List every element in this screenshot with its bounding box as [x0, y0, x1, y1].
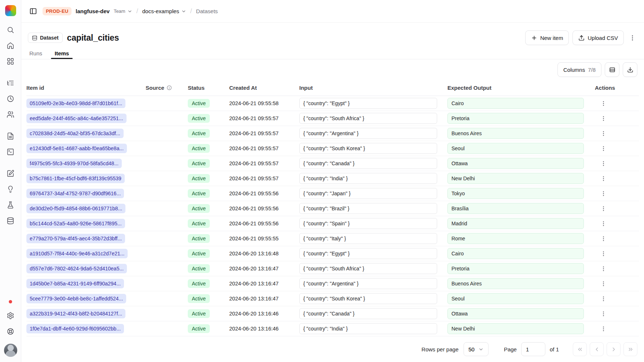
item-id-link[interactable]: de30d2e0-f5d9-4854-88b6-0619771b8...: [26, 204, 125, 213]
org-switcher[interactable]: Team: [114, 8, 132, 14]
column-header-item-id[interactable]: Item id: [26, 85, 146, 91]
expected-output-cell[interactable]: Seoul: [447, 293, 584, 304]
expected-output-cell[interactable]: Pretoria: [447, 113, 584, 124]
input-cell[interactable]: { "country": "Spain" }: [299, 218, 437, 229]
row-actions-button[interactable]: [598, 323, 609, 334]
expected-output-cell[interactable]: Madrid: [447, 218, 584, 229]
previous-page-button[interactable]: [590, 342, 604, 356]
row-actions-button[interactable]: [598, 113, 609, 124]
input-cell[interactable]: { "country": "India" }: [299, 323, 437, 334]
row-actions-button[interactable]: [598, 173, 609, 184]
item-id-link[interactable]: 5cee7779-3e00-4eb8-be8c-1affedd524...: [26, 294, 126, 303]
project-switcher[interactable]: docs-examples: [142, 8, 186, 14]
expected-output-cell[interactable]: Cairo: [447, 98, 584, 109]
expected-output-cell[interactable]: Ottawa: [447, 158, 584, 169]
input-cell[interactable]: { "country": "Italy" }: [299, 233, 437, 244]
input-cell[interactable]: { "country": "Argentina" }: [299, 278, 437, 289]
export-button[interactable]: [623, 62, 637, 77]
input-cell[interactable]: { "country": "South Africa" }: [299, 113, 437, 124]
input-cell[interactable]: { "country": "Brazil" }: [299, 203, 437, 214]
columns-button[interactable]: Columns 7/8: [557, 62, 601, 77]
input-cell[interactable]: { "country": "Egypt" }: [299, 248, 437, 259]
input-cell[interactable]: { "country": "Argentina" }: [299, 128, 437, 139]
sidebar-item-experiments[interactable]: [4, 199, 18, 211]
expected-output-cell[interactable]: Rome: [447, 233, 584, 244]
row-actions-button[interactable]: [598, 128, 609, 139]
column-header-input[interactable]: Input: [299, 85, 447, 91]
input-cell[interactable]: { "country": "South Africa" }: [299, 263, 437, 274]
sidebar-item-dashboards[interactable]: [4, 55, 18, 67]
column-header-status[interactable]: Status: [188, 85, 229, 91]
row-actions-button[interactable]: [598, 278, 609, 289]
item-id-link[interactable]: 05109ef0-2e3b-4e03-98dd-8f7d01b61f...: [26, 99, 125, 108]
page-more-actions-button[interactable]: [627, 33, 637, 43]
input-cell[interactable]: { "country": "Canada" }: [299, 158, 437, 169]
first-page-button[interactable]: [573, 342, 587, 356]
item-id-link[interactable]: 1f0e7da1-dbff-4e60-929d-f6095602bb...: [26, 324, 124, 333]
user-avatar[interactable]: [4, 344, 17, 357]
sidebar-item-playground[interactable]: [4, 145, 18, 158]
item-id-link[interactable]: 69764737-34af-4752-9787-d90df9616...: [26, 189, 124, 198]
expected-output-cell[interactable]: Seoul: [447, 143, 584, 154]
tab-items[interactable]: Items: [54, 47, 70, 59]
row-actions-button[interactable]: [598, 248, 609, 259]
item-id-link[interactable]: a1910d57-7f84-440c-9e46-a31c2d7e21...: [26, 249, 128, 258]
item-id-link[interactable]: f4975c95-5fc3-4939-970d-58fa5cd48...: [26, 159, 122, 168]
new-item-button[interactable]: New item: [525, 30, 569, 45]
sidebar-item-annotation[interactable]: [4, 167, 18, 180]
row-actions-button[interactable]: [598, 143, 609, 154]
expected-output-cell[interactable]: Pretoria: [447, 263, 584, 274]
item-id-link[interactable]: e779a270-579a-4f45-aec4-35b72d3bff...: [26, 234, 125, 243]
info-icon[interactable]: [167, 85, 172, 90]
column-header-source[interactable]: Source: [146, 85, 188, 91]
input-cell[interactable]: { "country": "South Korea" }: [299, 293, 437, 304]
input-cell[interactable]: { "country": "Egypt" }: [299, 98, 437, 109]
item-id-link[interactable]: c702838d-24d5-40a2-bf35-67dc3a3df...: [26, 129, 124, 138]
expected-output-cell[interactable]: Cairo: [447, 248, 584, 259]
expected-output-cell[interactable]: Tokyo: [447, 188, 584, 199]
sidebar-item-support[interactable]: [4, 325, 18, 337]
tab-runs[interactable]: Runs: [29, 47, 43, 59]
sidebar-item-users[interactable]: [4, 108, 18, 121]
column-header-expected-output[interactable]: Expected Output: [447, 85, 594, 91]
last-page-button[interactable]: [623, 342, 637, 356]
row-actions-button[interactable]: [598, 263, 609, 274]
column-header-created-at[interactable]: Created At: [229, 85, 299, 91]
row-actions-button[interactable]: [598, 293, 609, 304]
expected-output-cell[interactable]: Buenos Aires: [447, 278, 584, 289]
page-number-input[interactable]: [521, 342, 545, 356]
row-actions-button[interactable]: [598, 203, 609, 214]
sidebar-toggle-button[interactable]: [28, 6, 39, 16]
item-id-link[interactable]: a322b319-9412-4f43-b8f2-b20484127f...: [26, 309, 125, 318]
rows-per-page-select[interactable]: 50: [464, 342, 489, 356]
expected-output-cell[interactable]: Brasília: [447, 203, 584, 214]
upload-csv-button[interactable]: Upload CSV: [572, 30, 624, 45]
item-id-link[interactable]: b5c144cd-52a5-4a80-926e-58617f895...: [26, 219, 125, 228]
sidebar-item-sessions[interactable]: [4, 92, 18, 105]
sidebar-item-prompts[interactable]: [4, 130, 18, 142]
sidebar-item-tracing[interactable]: [4, 77, 18, 89]
expected-output-cell[interactable]: Buenos Aires: [447, 128, 584, 139]
item-id-link[interactable]: b75c7861-1fbe-45cf-bdf6-83f139c95539: [26, 174, 125, 183]
sidebar-item-settings[interactable]: [4, 309, 18, 322]
langfuse-logo[interactable]: [5, 5, 16, 16]
row-actions-button[interactable]: [598, 188, 609, 199]
expected-output-cell[interactable]: Ottawa: [447, 308, 584, 319]
row-actions-button[interactable]: [598, 308, 609, 319]
item-id-link[interactable]: 1d45b0e7-b85a-4231-9149-6ff90a294...: [26, 279, 124, 288]
sidebar-item-search[interactable]: [4, 23, 18, 36]
input-cell[interactable]: { "country": "South Korea" }: [299, 143, 437, 154]
item-id-link[interactable]: e12430df-5e81-4687-aabb-f0ea65be8a...: [26, 144, 127, 153]
next-page-button[interactable]: [607, 342, 621, 356]
sidebar-item-evaluation[interactable]: [4, 183, 18, 195]
breadcrumb-section[interactable]: Datasets: [196, 8, 218, 14]
input-cell[interactable]: { "country": "India" }: [299, 173, 437, 184]
input-cell[interactable]: { "country": "Canada" }: [299, 308, 437, 319]
sidebar-item-home[interactable]: [4, 39, 18, 52]
expected-output-cell[interactable]: New Delhi: [447, 173, 584, 184]
item-id-link[interactable]: d557e7d6-7802-4624-9da6-52d410ea5...: [26, 264, 127, 273]
breadcrumb-org-name[interactable]: langfuse-dev: [76, 8, 110, 14]
row-actions-button[interactable]: [598, 158, 609, 169]
input-cell[interactable]: { "country": "Japan" }: [299, 188, 437, 199]
row-actions-button[interactable]: [598, 98, 609, 109]
